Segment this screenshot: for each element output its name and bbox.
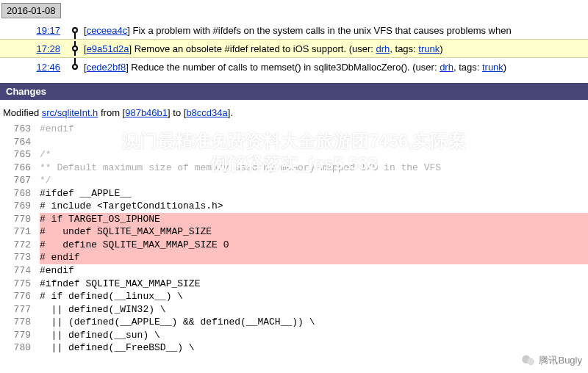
code-text: # undef SQLITE_MAX_MMAP_SIZE bbox=[40, 225, 588, 239]
code-text: || defined(__FreeBSD__) \ bbox=[40, 341, 588, 355]
line-number: 778 bbox=[0, 316, 40, 329]
line-number: 768 bbox=[0, 187, 40, 200]
code-text bbox=[40, 136, 588, 149]
line-number: 774 bbox=[0, 264, 40, 278]
commit-user-link[interactable]: drh bbox=[440, 62, 453, 73]
line-number: 775 bbox=[0, 278, 40, 291]
code-line: 768#ifdef __APPLE__ bbox=[0, 187, 588, 200]
line-number: 767 bbox=[0, 174, 40, 187]
code-text: ** Default maximum size of memory used b… bbox=[40, 162, 588, 175]
footer-brand: 腾讯Bugly bbox=[521, 354, 582, 355]
modified-prefix: Modified bbox=[3, 107, 42, 118]
code-line: 773# endif bbox=[0, 251, 588, 264]
code-line: 769# include <TargetConditionals.h> bbox=[0, 200, 588, 213]
code-text: # if TARGET_OS_IPHONE bbox=[40, 213, 588, 226]
line-number: 780 bbox=[0, 341, 40, 355]
code-line: 771# undef SQLITE_MAX_MMAP_SIZE bbox=[0, 225, 588, 239]
code-text: # define SQLITE_MAX_MMAP_SIZE 0 bbox=[40, 239, 588, 252]
code-text: # include <TargetConditionals.h> bbox=[40, 200, 588, 213]
commit-suffix: ) bbox=[440, 43, 442, 54]
code-text: #endif bbox=[40, 264, 588, 278]
graph-node bbox=[66, 41, 84, 56]
commit-row: 12:46 [cede2bf8] Reduce the number of ca… bbox=[0, 58, 588, 76]
modified-file-line: Modified src/sqliteInt.h from [987b46b1]… bbox=[0, 100, 588, 123]
commit-tag-link[interactable]: trunk bbox=[418, 43, 440, 54]
commit-row: 19:17 [ceceea4c] Fix a problem with #ifd… bbox=[0, 21, 588, 39]
line-number: 770 bbox=[0, 213, 40, 226]
line-number: 765 bbox=[0, 148, 40, 162]
line-number: 773 bbox=[0, 251, 40, 264]
code-line: 764 bbox=[0, 136, 588, 149]
diff-code-block: 763#endif764765/*766** Default maximum s… bbox=[0, 123, 588, 355]
from-hash-link[interactable]: 987b46b1 bbox=[125, 107, 168, 118]
tags-prefix: , tags: bbox=[390, 43, 418, 54]
tags-prefix: , tags: bbox=[453, 62, 482, 73]
graph-node bbox=[66, 23, 84, 37]
code-text: # endif bbox=[40, 251, 588, 264]
code-line: 775#ifndef SQLITE_MAX_MMAP_SIZE bbox=[0, 278, 588, 291]
code-line: 778 || (defined(__APPLE__) && defined(__… bbox=[0, 316, 588, 329]
code-line: 766** Default maximum size of memory use… bbox=[0, 162, 588, 175]
commit-time-link[interactable]: 17:28 bbox=[36, 43, 60, 54]
code-line: 779 || defined(__sun) \ bbox=[0, 329, 588, 342]
graph-node bbox=[66, 59, 84, 74]
code-text: #ifdef __APPLE__ bbox=[40, 187, 588, 200]
line-number: 776 bbox=[0, 290, 40, 303]
commit-suffix: ) bbox=[503, 62, 506, 73]
line-number: 764 bbox=[0, 136, 40, 149]
line-number: 769 bbox=[0, 200, 40, 213]
code-line: 765/* bbox=[0, 148, 588, 162]
code-line: 767*/ bbox=[0, 174, 588, 187]
line-number: 779 bbox=[0, 329, 40, 342]
line-number: 766 bbox=[0, 162, 40, 175]
commit-time-link[interactable]: 19:17 bbox=[36, 25, 60, 36]
commit-message: Reduce the number of calls to memset() i… bbox=[131, 62, 440, 73]
code-text: # if defined(__linux__) \ bbox=[40, 290, 588, 303]
section-header-changes: Changes bbox=[0, 83, 588, 100]
commit-hash-link[interactable]: e9a51d2a bbox=[87, 43, 129, 54]
modified-suffix: . bbox=[230, 107, 233, 118]
code-text: /* bbox=[40, 148, 588, 162]
line-number: 763 bbox=[0, 123, 40, 136]
code-text: || defined(_WIN32) \ bbox=[40, 303, 588, 316]
line-number: 771 bbox=[0, 225, 40, 239]
commit-user-link[interactable]: drh bbox=[376, 43, 390, 54]
code-line: 770# if TARGET_OS_IPHONE bbox=[0, 213, 588, 226]
commit-message: Remove an obsolete #ifdef related to iOS… bbox=[135, 43, 376, 54]
code-line: 780 || defined(__FreeBSD__) \ bbox=[0, 341, 588, 355]
commit-hash-link[interactable]: ceceea4c bbox=[87, 25, 128, 36]
modified-file-link[interactable]: src/sqliteInt.h bbox=[42, 107, 98, 118]
code-line: 776# if defined(__linux__) \ bbox=[0, 290, 588, 303]
code-line: 777 || defined(_WIN32) \ bbox=[0, 303, 588, 316]
code-text: || defined(__sun) \ bbox=[40, 329, 588, 342]
code-text: || (defined(__APPLE__) && defined(__MACH… bbox=[40, 316, 588, 329]
code-text: */ bbox=[40, 174, 588, 187]
date-badge: 2016-01-08 bbox=[1, 3, 61, 18]
code-line: 772# define SQLITE_MAX_MMAP_SIZE 0 bbox=[0, 239, 588, 252]
commit-tag-link[interactable]: trunk bbox=[482, 62, 503, 73]
from-text: from bbox=[98, 107, 122, 118]
code-text: #endif bbox=[40, 123, 588, 136]
line-number: 777 bbox=[0, 303, 40, 316]
code-line: 763#endif bbox=[0, 123, 588, 136]
to-text: to bbox=[171, 107, 184, 118]
commit-hash-link[interactable]: cede2bf8 bbox=[87, 62, 126, 73]
commit-row: 17:28 [e9a51d2a] Remove an obsolete #ifd… bbox=[0, 39, 588, 58]
commit-timeline: 19:17 [ceceea4c] Fix a problem with #ifd… bbox=[0, 21, 588, 76]
to-hash-link[interactable]: b8ccd34a bbox=[186, 107, 227, 118]
code-line: 774#endif bbox=[0, 264, 588, 278]
code-text: #ifndef SQLITE_MAX_MMAP_SIZE bbox=[40, 278, 588, 291]
commit-message: Fix a problem with #ifdefs on the system… bbox=[133, 25, 512, 36]
footer-brand-text: 腾讯Bugly bbox=[539, 354, 582, 355]
line-number: 772 bbox=[0, 239, 40, 252]
commit-time-link[interactable]: 12:46 bbox=[36, 62, 60, 73]
